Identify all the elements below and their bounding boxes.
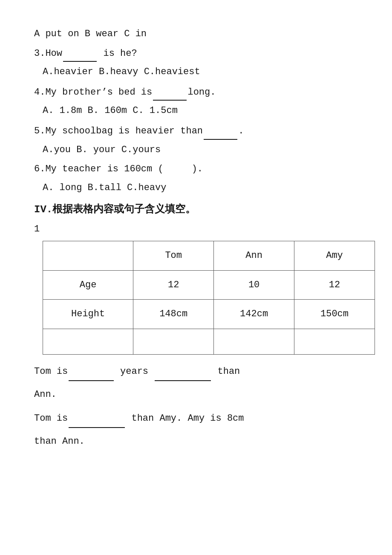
q5-options-line: A.you B. your C.yours xyxy=(43,142,366,159)
q4-text: 4.My brother’s bed is xyxy=(34,87,152,98)
q5-text2: . xyxy=(238,126,244,136)
section-num: 1 xyxy=(34,224,40,234)
q3-text: 3.How xyxy=(34,48,62,59)
sentence-2-cont: than Ann. xyxy=(34,432,366,451)
table-row-empty xyxy=(43,329,375,354)
table-header-ann: Ann xyxy=(214,241,294,271)
table-row-age: Age 12 10 12 xyxy=(43,270,375,300)
fill-sentences-block: Tom is years than Ann. Tom is than Amy. … xyxy=(34,361,366,451)
q5-text: 5.My schoolbag is heavier than xyxy=(34,126,203,136)
table-header-amy: Amy xyxy=(294,241,375,271)
q6-options-line: A. long B.tall C.heavy xyxy=(43,179,366,197)
section-iv-text: IV.根据表格内容或句子含义填空。 xyxy=(34,204,196,215)
q6-blank xyxy=(164,164,192,174)
options-abc-text: A put on B wear C in xyxy=(34,29,147,39)
s1-blank2[interactable] xyxy=(155,361,211,381)
question-3-line: 3.How is he? xyxy=(34,44,366,62)
section-iv-header: IV.根据表格内容或句子含义填空。 xyxy=(34,200,366,219)
q3-text2: is he? xyxy=(98,48,137,59)
main-content: A put on B wear C in 3.How is he? A.heav… xyxy=(34,26,366,451)
table-amy-age: 12 xyxy=(294,270,375,300)
table-label-age: Age xyxy=(43,270,133,300)
table-empty-1 xyxy=(43,329,133,354)
q4-text2: long. xyxy=(187,87,216,98)
comparison-table: Tom Ann Amy Age 12 10 12 Height 148cm 14… xyxy=(43,241,375,355)
q3-options-line: A.heavier B.heavy C.heaviest xyxy=(43,64,366,81)
q5-blank[interactable] xyxy=(204,122,237,140)
s1-part4: Ann. xyxy=(34,389,57,400)
s2-part2: than Amy. Amy is 8cm xyxy=(131,413,244,424)
table-row-height: Height 148cm 142cm 150cm xyxy=(43,300,375,329)
s1-part1: Tom is xyxy=(34,366,68,377)
q6-text: 6.My teacher is 160cm ( xyxy=(34,164,164,174)
q6-options: A. long B.tall C.heavy xyxy=(43,182,166,193)
q4-blank[interactable] xyxy=(153,83,187,101)
q6-text2: ). xyxy=(192,164,203,174)
table-tom-age: 12 xyxy=(133,270,214,300)
table-empty-3 xyxy=(214,329,294,354)
table-empty-2 xyxy=(133,329,214,354)
section-num-line: 1 xyxy=(34,221,366,238)
s1-part2: years xyxy=(120,366,154,377)
sentence-2: Tom is than Amy. Amy is 8cm xyxy=(34,408,366,428)
s2-part3: than Ann. xyxy=(34,436,85,447)
s2-blank1[interactable] xyxy=(69,408,125,428)
question-4-line: 4.My brother’s bed is long. xyxy=(34,83,366,101)
options-abc-line: A put on B wear C in xyxy=(34,26,366,43)
s2-part1: Tom is xyxy=(34,413,68,424)
table-header-empty xyxy=(43,241,133,271)
table-tom-height: 148cm xyxy=(133,300,214,329)
question-5-line: 5.My schoolbag is heavier than . xyxy=(34,122,366,140)
table-header-tom: Tom xyxy=(133,241,214,271)
table-label-height: Height xyxy=(43,300,133,329)
table-empty-4 xyxy=(294,329,375,354)
sentence-1: Tom is years than xyxy=(34,361,366,381)
question-6-line: 6.My teacher is 160cm ( ). xyxy=(34,161,366,178)
table-amy-height: 150cm xyxy=(294,300,375,329)
sentence-1-cont: Ann. xyxy=(34,385,366,404)
table-header-row: Tom Ann Amy xyxy=(43,241,375,271)
table-ann-age: 10 xyxy=(214,270,294,300)
table-ann-height: 142cm xyxy=(214,300,294,329)
data-table-container: Tom Ann Amy Age 12 10 12 Height 148cm 14… xyxy=(34,241,366,355)
q4-options: A. 1.8m B. 160m C. 1.5cm xyxy=(43,105,178,116)
s1-blank1[interactable] xyxy=(69,361,114,381)
q3-options: A.heavier B.heavy C.heaviest xyxy=(43,66,200,77)
q5-options: A.you B. your C.yours xyxy=(43,145,161,155)
q3-blank[interactable] xyxy=(63,44,97,62)
s1-part3: than xyxy=(218,366,240,377)
q4-options-line: A. 1.8m B. 160m C. 1.5cm xyxy=(43,102,366,119)
